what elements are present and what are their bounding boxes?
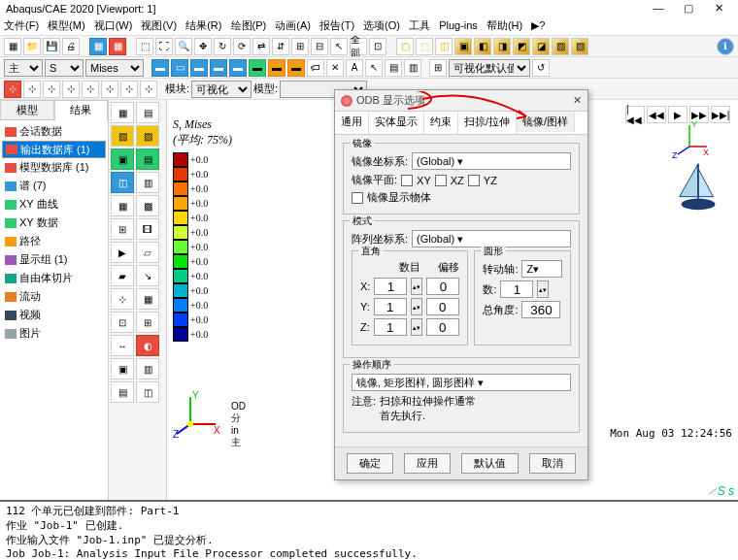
- select-all-icon[interactable]: 全部: [350, 38, 367, 55]
- tree-item[interactable]: XY 曲线: [2, 195, 106, 214]
- vp1-icon[interactable]: ▬: [151, 59, 169, 77]
- window-close[interactable]: ✕: [705, 2, 732, 15]
- iso5-icon[interactable]: ◪: [532, 38, 550, 55]
- rotaxis-combo[interactable]: Z▾: [521, 260, 562, 278]
- window-minimize[interactable]: —: [645, 2, 672, 14]
- iso4-icon[interactable]: ◩: [513, 38, 530, 55]
- iso2-icon[interactable]: ◧: [474, 38, 491, 55]
- tree-item[interactable]: 路径: [2, 232, 106, 250]
- apply-button[interactable]: 应用: [404, 453, 451, 474]
- layers2-icon[interactable]: ▥: [404, 59, 421, 77]
- palette-g2-icon[interactable]: ▰: [111, 265, 134, 286]
- window-maximize[interactable]: ▢: [675, 2, 702, 15]
- plane-xz-checkbox[interactable]: [435, 175, 447, 186]
- palette-stack1-icon[interactable]: ▥: [136, 172, 159, 193]
- iso7-icon[interactable]: ▧: [571, 38, 588, 55]
- zoom-window-icon[interactable]: ⬚: [136, 38, 153, 55]
- tab-entity[interactable]: 实体显示: [369, 112, 424, 134]
- plane-xy-checkbox[interactable]: [401, 175, 413, 186]
- y-num-spin[interactable]: ▴▾: [411, 298, 422, 315]
- tree-item[interactable]: 模型数据库 (1): [2, 158, 106, 177]
- ok-button[interactable]: 确定: [347, 453, 393, 474]
- palette-layers-icon[interactable]: ▤: [136, 102, 159, 123]
- vp5-icon[interactable]: ▬: [229, 59, 247, 77]
- bbox1-icon[interactable]: ▢: [396, 38, 414, 55]
- defaults-button[interactable]: 默认值: [461, 453, 519, 474]
- palette-arr-icon[interactable]: ↘: [136, 265, 159, 286]
- swap-v-icon[interactable]: ⇵: [272, 38, 289, 55]
- plane-yz-checkbox[interactable]: [468, 175, 480, 186]
- vp3-icon[interactable]: ▬: [190, 59, 208, 77]
- palette-red-icon[interactable]: ◐: [136, 335, 159, 356]
- cancel-button[interactable]: 取消: [529, 453, 576, 474]
- palette-m2-icon[interactable]: ▥: [136, 358, 159, 379]
- primary-select[interactable]: 主: [4, 59, 43, 77]
- tab-mirror-pattern[interactable]: 镜像/图样: [517, 112, 575, 134]
- menu-help[interactable]: 帮助(H): [486, 19, 522, 31]
- csys6-icon[interactable]: ⊹: [101, 81, 118, 98]
- module-select[interactable]: 可视化: [191, 81, 252, 98]
- save-icon[interactable]: 💾: [43, 38, 60, 55]
- text-icon[interactable]: A: [346, 59, 363, 77]
- refresh-icon[interactable]: ↺: [532, 59, 550, 77]
- vp6-icon[interactable]: ▬: [249, 59, 266, 77]
- swap-icon[interactable]: ⇄: [252, 38, 270, 55]
- csys1-icon[interactable]: ⊹: [4, 81, 21, 98]
- tree-item[interactable]: 输出数据库 (1): [2, 141, 106, 158]
- tree-item[interactable]: 视频: [2, 306, 106, 324]
- vp4-icon[interactable]: ▬: [210, 59, 227, 77]
- tree-item[interactable]: 图片: [2, 324, 106, 343]
- tree-item[interactable]: 会话数据: [2, 122, 106, 141]
- z-num-input[interactable]: [374, 318, 407, 336]
- tree-item[interactable]: 流动: [2, 287, 106, 306]
- y-num-input[interactable]: [374, 298, 407, 315]
- menu-options[interactable]: 选项(O): [363, 19, 400, 31]
- zoom-in-icon[interactable]: 🔍: [175, 38, 192, 55]
- menu-model[interactable]: 模型(M): [48, 19, 85, 31]
- mirror-csys-combo[interactable]: (Global) ▾: [412, 152, 571, 170]
- menu-animate[interactable]: 动画(A): [275, 19, 311, 31]
- palette-ex2-icon[interactable]: ⊞: [136, 312, 159, 333]
- zoom-all-icon[interactable]: ⛶: [155, 38, 173, 55]
- palette-chart2-icon[interactable]: ▨: [136, 125, 159, 147]
- open-icon[interactable]: 📁: [23, 38, 41, 55]
- csys2-icon[interactable]: ⊹: [23, 81, 41, 98]
- palette-mov-icon[interactable]: ▶: [111, 242, 134, 263]
- layers1-icon[interactable]: ▤: [385, 59, 402, 77]
- tree-tab-results[interactable]: 结果: [54, 100, 109, 120]
- palette-dim-icon[interactable]: ↔: [111, 335, 134, 356]
- iso6-icon[interactable]: ▨: [552, 38, 569, 55]
- tree-tab-model[interactable]: 模型: [0, 100, 54, 120]
- count-spin[interactable]: ▴▾: [537, 280, 549, 298]
- red-grid-icon[interactable]: ▦: [109, 38, 126, 55]
- palette-film-icon[interactable]: 🎞: [136, 218, 159, 240]
- csys5-icon[interactable]: ⊹: [82, 81, 99, 98]
- menu-results[interactable]: 结果(R): [185, 19, 221, 31]
- palette-blue1-icon[interactable]: ◫: [111, 172, 134, 193]
- menu-viewport[interactable]: 视口(W): [94, 19, 133, 31]
- mirror-body-checkbox[interactable]: [352, 192, 363, 204]
- axis1-icon[interactable]: ⊞: [291, 38, 309, 55]
- palette-stack3-icon[interactable]: ▩: [136, 195, 159, 216]
- palette-m3-icon[interactable]: ▤: [111, 381, 134, 403]
- menu-view[interactable]: 视图(V): [141, 19, 177, 31]
- menu-report[interactable]: 报告(T): [319, 19, 354, 31]
- grid-icon[interactable]: ▦: [89, 38, 107, 55]
- palette-frame-icon[interactable]: ⊞: [111, 218, 134, 240]
- iso3-icon[interactable]: ◨: [493, 38, 511, 55]
- tree-item[interactable]: 谱 (7): [2, 177, 106, 195]
- palette-grid2-icon[interactable]: ▦: [136, 288, 159, 310]
- last-frame-icon[interactable]: ▶▶|: [711, 106, 730, 123]
- palette-grid-icon[interactable]: ▦: [111, 102, 134, 123]
- menu-plot[interactable]: 绘图(P): [231, 19, 267, 31]
- rotate-icon[interactable]: ↻: [214, 38, 231, 55]
- cursor2-icon[interactable]: ↖: [365, 59, 383, 77]
- cycle-icon[interactable]: ⟳: [233, 38, 251, 55]
- info-icon[interactable]: ℹ: [717, 38, 734, 55]
- csys7-icon[interactable]: ⊹: [120, 81, 138, 98]
- component-select[interactable]: Mises: [85, 59, 144, 77]
- menu-plugins[interactable]: Plug-ins: [439, 19, 478, 31]
- print-icon[interactable]: 🖨: [62, 38, 80, 55]
- palette-chart1-icon[interactable]: ▧: [111, 125, 134, 147]
- dialog-close-icon[interactable]: ✕: [573, 94, 582, 107]
